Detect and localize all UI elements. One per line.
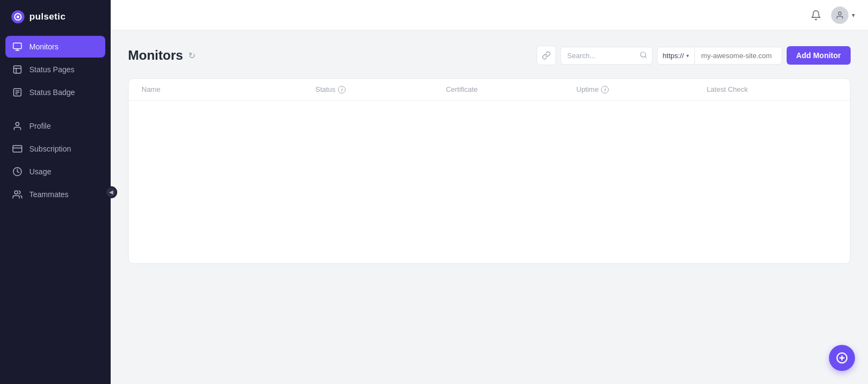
sidebar-collapse-button[interactable]: ◀	[105, 186, 117, 198]
notification-bell-button[interactable]	[807, 7, 825, 24]
monitors-header: Monitors ↻	[128, 46, 851, 65]
refresh-icon[interactable]: ↻	[188, 51, 195, 61]
url-protocol-label: https://	[663, 52, 684, 60]
svg-point-13	[16, 122, 19, 125]
sidebar-item-usage[interactable]: Usage	[5, 161, 105, 182]
svg-rect-14	[13, 146, 22, 152]
monitor-icon	[12, 41, 23, 52]
protocol-chevron-icon: ▾	[686, 53, 689, 59]
chevron-left-icon: ◀	[109, 189, 113, 195]
teammates-icon	[12, 189, 23, 200]
column-header-name: Name	[142, 85, 316, 93]
topbar: ▾	[111, 0, 868, 30]
table-header: Name Status i Certificate Uptime i Lates…	[129, 79, 850, 100]
status-info-icon[interactable]: i	[338, 86, 346, 93]
sidebar-item-profile-label: Profile	[29, 122, 51, 130]
column-header-uptime: Uptime i	[576, 85, 706, 93]
main-content: ▾ Monitors ↻	[111, 0, 868, 384]
subscription-icon	[12, 143, 23, 154]
sidebar-item-teammates-label: Teammates	[29, 190, 68, 199]
url-filter: https:// ▾	[657, 47, 782, 65]
sidebar-item-profile[interactable]: Profile	[5, 115, 105, 137]
user-menu-chevron-icon: ▾	[852, 11, 855, 19]
link-button[interactable]	[537, 46, 556, 65]
monitors-table: Name Status i Certificate Uptime i Lates…	[128, 78, 851, 264]
svg-point-17	[15, 191, 18, 194]
floating-action-button[interactable]	[829, 345, 855, 371]
status-badge-icon	[12, 87, 23, 98]
sidebar-item-teammates[interactable]: Teammates	[5, 184, 105, 205]
page-title: Monitors	[128, 48, 183, 63]
bell-icon	[810, 10, 821, 21]
sidebar-item-monitors[interactable]: Monitors	[5, 36, 105, 58]
logo-icon	[11, 10, 25, 24]
user-menu[interactable]: ▾	[831, 7, 855, 24]
add-monitor-button[interactable]: Add Monitor	[787, 46, 851, 65]
url-input[interactable]	[695, 47, 782, 64]
search-wrapper	[560, 47, 653, 65]
sidebar-item-usage-label: Usage	[29, 167, 51, 176]
sidebar-item-status-badge[interactable]: Status Badge	[5, 81, 105, 103]
svg-point-18	[838, 12, 841, 15]
svg-rect-3	[14, 43, 22, 49]
svg-point-2	[17, 16, 20, 18]
sidebar: pulsetic Monitors Status	[0, 0, 111, 384]
table-body	[129, 100, 850, 263]
sidebar-item-status-badge-label: Status Badge	[29, 88, 75, 97]
sidebar-nav: Monitors Status Pages	[0, 36, 111, 205]
float-btn-icon	[836, 352, 848, 364]
usage-icon	[12, 166, 23, 177]
uptime-info-icon[interactable]: i	[601, 86, 609, 93]
logo-text: pulsetic	[29, 11, 66, 22]
profile-icon	[12, 121, 23, 131]
sidebar-item-status-pages[interactable]: Status Pages	[5, 59, 105, 80]
url-protocol-dropdown[interactable]: https:// ▾	[658, 47, 695, 64]
page-content: Monitors ↻	[111, 30, 868, 384]
user-icon	[835, 11, 844, 20]
column-header-certificate: Certificate	[446, 85, 576, 93]
search-input[interactable]	[560, 47, 653, 65]
column-header-latest-check: Latest Check	[707, 85, 837, 93]
monitors-title-row: Monitors ↻	[128, 48, 195, 63]
logo: pulsetic	[0, 0, 111, 36]
sidebar-item-monitors-label: Monitors	[29, 42, 59, 51]
svg-rect-6	[14, 66, 21, 73]
column-header-status: Status i	[316, 85, 446, 93]
sidebar-item-subscription-label: Subscription	[29, 144, 71, 153]
status-pages-icon	[12, 64, 23, 75]
monitors-controls: https:// ▾ Add Monitor	[537, 46, 851, 65]
link-icon	[542, 51, 551, 60]
avatar	[831, 7, 848, 24]
sidebar-item-subscription[interactable]: Subscription	[5, 138, 105, 160]
sidebar-item-status-pages-label: Status Pages	[29, 65, 74, 74]
